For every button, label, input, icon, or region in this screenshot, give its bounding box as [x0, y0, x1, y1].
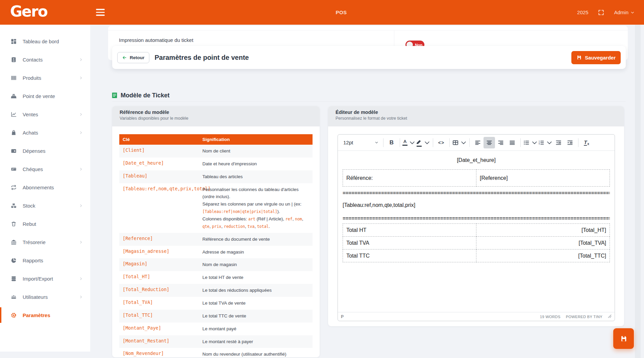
sidebar-item-achats[interactable]: Achats [0, 123, 90, 142]
page-header-card: Retour Paramètres de point de vente Sauv… [112, 46, 626, 69]
reference-label-cell: Référence: [343, 170, 476, 187]
toolbar-separator [578, 138, 578, 147]
section-title: Modèle de Ticket [121, 92, 170, 99]
sidebar-item-ventes[interactable]: Ventes [0, 105, 90, 123]
bullet-list-icon [523, 139, 530, 146]
font-size-select[interactable]: 12pt [341, 137, 381, 148]
editor-toolbar: 12pt B A [338, 135, 615, 151]
chevron-right-icon [79, 295, 83, 299]
floating-save-button[interactable] [613, 328, 634, 349]
top-bar: Gero POS 2025 Admin [0, 0, 644, 25]
align-center-button[interactable] [484, 137, 495, 148]
sidebar-item-stock[interactable]: Stock [0, 196, 90, 215]
floppy-icon [620, 335, 627, 342]
page-scrollbar[interactable] [635, 25, 641, 358]
sidebar-item-produits[interactable]: Produits [0, 69, 90, 87]
chevron-right-icon [79, 113, 83, 116]
source-code-button[interactable]: <> [436, 137, 447, 148]
column-header-cle: Clé [119, 134, 199, 145]
toolbar-separator [383, 138, 383, 147]
outdent-icon [555, 139, 562, 146]
align-center-icon [486, 139, 493, 146]
row-divider [108, 26, 628, 30]
sidebar-item-cheques[interactable]: Chéques [0, 160, 90, 178]
sidebar-item-tresorerie[interactable]: Trésorerie [0, 233, 90, 251]
toolbar-separator [469, 138, 470, 147]
hamburger-menu-icon[interactable] [96, 9, 105, 16]
word-count[interactable]: 19 WORDS [540, 315, 561, 319]
sidebar: Tableau de bord Contacts Produits Point … [0, 25, 90, 352]
chevron-right-icon [79, 167, 83, 171]
fullscreen-icon[interactable] [598, 9, 604, 16]
sidebar-item-depenses[interactable]: Dépenses [0, 142, 90, 160]
gero-logo[interactable]: Gero [10, 3, 47, 20]
align-left-button[interactable] [472, 137, 484, 148]
reference-panel-title: Référence du modèle [120, 110, 312, 115]
bank-icon [10, 239, 17, 245]
highlight-color-button[interactable] [416, 137, 430, 148]
resize-handle[interactable] [608, 314, 612, 319]
page-title: Paramètres de point de vente [155, 54, 249, 62]
page-app-title: POS [314, 0, 368, 25]
chart-line-icon [10, 111, 17, 118]
chevron-down-icon [531, 139, 538, 146]
editor-panel: Éditeur de modèle Personnalisez le forma… [328, 106, 624, 326]
editor-status-bar: P 19 WORDS POWERED BY TINY [338, 312, 615, 321]
chevron-down-icon [375, 141, 378, 144]
chevron-down-icon [409, 139, 416, 146]
fiscal-year[interactable]: 2025 [577, 9, 588, 15]
sidebar-item-abonnements[interactable]: Abonnements [0, 178, 90, 196]
table-row: [Total_Reduction]Le total des réductions… [119, 284, 313, 297]
align-justify-button[interactable] [506, 137, 518, 148]
element-path[interactable]: P [341, 314, 344, 319]
sidebar-item-import-export[interactable]: Import/Export [0, 269, 90, 288]
bullet-list-button[interactable] [523, 137, 538, 148]
template-reference-table: Référence: [Reference] [343, 169, 610, 187]
table-icon [452, 139, 459, 146]
chevron-right-icon [79, 131, 83, 135]
bold-button[interactable]: B [386, 137, 397, 148]
template-date-line: [Date_et_heure] [343, 157, 610, 163]
separator-line: ========================================… [343, 215, 610, 221]
pie-chart-icon [10, 257, 17, 264]
chevron-right-icon [79, 76, 83, 80]
sidebar-item-point-de-vente[interactable]: Point de vente [0, 87, 90, 105]
text-color-button[interactable]: A [402, 137, 416, 148]
editor-content-area[interactable]: [Date_et_heure] Référence: [Reference] =… [338, 151, 615, 312]
table-row: [Montant_Paye]Le montant payé [119, 323, 313, 335]
toolbar-separator [520, 138, 521, 147]
table-row: [Nom_Revendeur]Nom du revendeur (utilisa… [119, 348, 313, 358]
table-button[interactable] [452, 137, 467, 148]
sidebar-item-rebut[interactable]: Rebut [0, 215, 90, 233]
sidebar-item-utilisateurs[interactable]: Utilisateurs [0, 288, 90, 306]
clear-formatting-button[interactable]: Tx [581, 137, 592, 148]
indent-icon [567, 139, 573, 146]
back-button[interactable]: Retour [117, 52, 149, 63]
chevron-right-icon [79, 240, 83, 244]
editor-panel-title: Éditeur de modèle [336, 110, 617, 115]
align-right-button[interactable] [495, 137, 506, 148]
indent-button[interactable] [564, 137, 576, 148]
save-button[interactable]: Sauvegarder [571, 51, 621, 64]
variables-table: Clé Signification [Client]Nom de client … [119, 134, 313, 358]
clear-formatting-icon: Tx [584, 140, 589, 146]
table-row: [Montant_Restant]Le montant resté à paye… [119, 335, 313, 348]
outdent-button[interactable] [553, 137, 564, 148]
numbered-list-button[interactable]: 123 [538, 137, 553, 148]
totals-row: Total HT [Total_HT] [343, 224, 610, 237]
arrow-left-icon [122, 55, 127, 60]
pos-settings-page: Gero POS 2025 Admin Tableau de bord Cont… [0, 0, 644, 358]
sidebar-item-rapports[interactable]: Rapports [0, 251, 90, 269]
highlighter-icon [416, 138, 422, 147]
cash-register-icon [10, 93, 17, 99]
user-menu[interactable]: Admin [614, 9, 635, 15]
sidebar-item-parametres[interactable]: Paramètres [0, 306, 90, 324]
powered-by-tiny[interactable]: POWERED BY TINY [566, 315, 602, 319]
editor-panel-subtitle: Personnalisez le format de votre ticket [336, 116, 617, 121]
table-row: [Tableau:ref,nom,qte,prix,total]Personna… [119, 183, 313, 233]
column-header-signification: Signification [199, 134, 313, 145]
sidebar-item-contacts[interactable]: Contacts [0, 50, 90, 69]
table-row: [Date_et_heure]Date et heure d'impressio… [119, 158, 313, 170]
align-left-icon [474, 139, 481, 146]
sidebar-item-tableau-de-bord[interactable]: Tableau de bord [0, 32, 90, 50]
